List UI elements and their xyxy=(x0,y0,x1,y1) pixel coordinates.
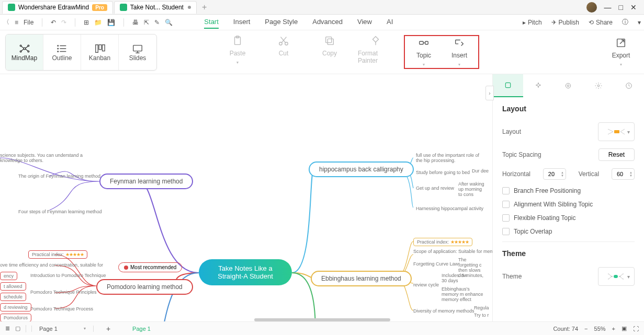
help-button[interactable]: ⓘ xyxy=(622,18,628,27)
leaf[interactable]: Ebbinghaus's memory m enhance memory eff… xyxy=(442,286,486,302)
leaf[interactable]: review cycle xyxy=(413,282,439,287)
leaf[interactable]: Diversity of memory methods xyxy=(413,308,474,314)
tab-insert[interactable]: Insert xyxy=(233,16,251,29)
horizontal-spinbox[interactable]: ▲▼ xyxy=(543,168,566,180)
tab-page-style[interactable]: Page Style xyxy=(265,16,298,29)
tab-advanced[interactable]: Advanced xyxy=(312,16,343,29)
leaf[interactable]: Pomodoro Technique Process xyxy=(30,306,93,311)
kanban-view-button[interactable]: Kanban xyxy=(81,34,119,70)
save-button[interactable]: 💾 xyxy=(107,19,115,26)
leaf[interactable]: ove time efficiency and concentration, s… xyxy=(0,262,103,268)
zoom-out-button[interactable]: − xyxy=(584,326,587,332)
leaf[interactable]: After waking up morning to cons xyxy=(458,181,487,197)
pitch-button[interactable]: ▸ Pitch xyxy=(523,19,542,26)
rpanel-tab-style[interactable] xyxy=(523,74,553,97)
redo-button[interactable]: ↷ xyxy=(61,19,66,26)
tab-start[interactable]: Start xyxy=(204,16,218,29)
cut-button[interactable]: Cut xyxy=(266,35,301,69)
publish-button[interactable]: ✈ Publish xyxy=(551,19,579,26)
leaf[interactable]: Study before going to bed xyxy=(416,170,470,175)
current-page[interactable]: Page 1 xyxy=(123,326,160,332)
vertical-spinbox[interactable]: ▲▼ xyxy=(612,168,635,180)
leaf[interactable]: Pomodoro Technique Principles xyxy=(30,290,96,295)
mindmap-view-button[interactable]: MindMap xyxy=(6,34,43,70)
copy-button[interactable]: Copy xyxy=(312,35,347,69)
theme-selector[interactable] xyxy=(598,267,635,286)
new-tab-button[interactable]: + xyxy=(198,3,211,12)
paste-button[interactable]: Paste▾ xyxy=(220,35,255,69)
chk-alignment[interactable] xyxy=(502,201,510,208)
horizontal-scrollbar[interactable] xyxy=(254,318,390,321)
add-page-button[interactable]: + xyxy=(99,325,118,333)
reset-button[interactable]: Reset xyxy=(598,148,635,161)
page-selector[interactable]: Page 1▾ xyxy=(31,326,94,332)
chk-flexible[interactable] xyxy=(502,214,510,222)
leaf[interactable]: Pomodoros xyxy=(0,314,31,321)
slides-view-button[interactable]: Slides xyxy=(119,34,156,70)
most-recommended-pill[interactable]: Most recommended xyxy=(118,262,182,272)
leaf[interactable]: Includes: 5 minutes, 30 days xyxy=(442,273,486,283)
leaf[interactable]: t allowed xyxy=(0,282,26,291)
tab-view[interactable]: View xyxy=(357,16,372,29)
outline-toggle[interactable]: ≣ xyxy=(5,325,10,332)
new-button[interactable]: ⊞ xyxy=(84,19,89,26)
chk-free-positioning[interactable] xyxy=(502,187,510,194)
leaf[interactable]: science subjects. You can understand a k… xyxy=(0,153,86,163)
rpanel-tab-clock[interactable] xyxy=(614,74,644,97)
file-menu[interactable]: File xyxy=(24,19,33,26)
leaf[interactable]: ency xyxy=(0,272,17,280)
vertical-input[interactable] xyxy=(612,171,628,177)
leaf[interactable]: schedule xyxy=(0,293,26,301)
leaf[interactable]: Harnessing hippocampal activity xyxy=(416,206,483,211)
rpanel-tab-layout[interactable] xyxy=(493,74,523,97)
split-toggle[interactable]: ▢ xyxy=(15,325,20,332)
branch-hippocampus[interactable]: hippocampus back calligraphy xyxy=(309,161,414,177)
fullscreen-button[interactable]: ⛶ xyxy=(633,326,639,332)
leaf-practical[interactable]: Practical index: ★★★★★ xyxy=(28,250,87,259)
chk-overlap[interactable] xyxy=(502,228,510,235)
leaf[interactable]: Regula xyxy=(474,305,489,310)
topic-button[interactable]: Topic▾ xyxy=(406,37,442,67)
settings-quick-button[interactable]: ▾ xyxy=(638,19,641,26)
back-button[interactable]: 〈 xyxy=(3,18,9,27)
rpanel-tab-marker[interactable] xyxy=(553,74,584,97)
find-button[interactable]: 🔍 xyxy=(165,19,173,26)
leaf[interactable]: Get up and review xyxy=(416,186,454,191)
avatar[interactable] xyxy=(586,2,597,13)
maximize-button[interactable]: □ xyxy=(619,3,623,11)
leaf[interactable]: Introduction to Pomodoro Technique xyxy=(30,273,106,278)
open-button[interactable]: 📁 xyxy=(94,19,102,26)
leaf[interactable]: d reviewing xyxy=(0,303,31,311)
horizontal-input[interactable] xyxy=(544,171,559,177)
layout-selector[interactable] xyxy=(598,122,635,141)
zoom-in-button[interactable]: + xyxy=(612,326,615,332)
share-button[interactable]: ⟲ Share xyxy=(589,19,613,26)
close-button[interactable]: ✕ xyxy=(630,3,637,11)
menu-button[interactable]: ≡ xyxy=(15,19,18,26)
collapse-panel-button[interactable]: › xyxy=(485,86,494,100)
branch-feynman[interactable]: Feynman learning method xyxy=(99,174,193,189)
document-tab[interactable]: Take Not... Student xyxy=(114,1,197,14)
undo-button[interactable]: ↶ xyxy=(51,19,56,26)
fit-button[interactable]: ▣ xyxy=(622,325,627,332)
import-button[interactable]: ✎ xyxy=(154,19,160,26)
tab-ai[interactable]: AI xyxy=(387,16,393,29)
leaf[interactable]: Forgetting Curve Law xyxy=(413,261,458,267)
insert-button[interactable]: Insert▾ xyxy=(442,37,477,67)
branch-pomodoro[interactable]: Pomodoro learning method xyxy=(96,279,193,295)
export-button[interactable]: Export▾ xyxy=(603,37,639,67)
leaf[interactable]: full use of the important role of the hi… xyxy=(416,153,484,163)
leaf[interactable]: The origin of Feynman learning method xyxy=(18,174,100,179)
leaf[interactable]: Try to r xyxy=(474,313,489,318)
leaf[interactable]: Four steps of Feynman learning method xyxy=(18,209,102,214)
rpanel-tab-gear[interactable] xyxy=(583,74,614,97)
app-tab[interactable]: Wondershare EdrawMind Pro xyxy=(2,1,113,14)
format-painter-button[interactable]: Format Painter xyxy=(358,35,393,69)
outline-view-button[interactable]: Outline xyxy=(43,34,81,70)
print-button[interactable]: 🖶 xyxy=(132,19,139,26)
canvas[interactable]: Take Notes Like a Straight-A Student Fey… xyxy=(0,74,644,321)
leaf-practical[interactable]: Practical index: ★★★★★ xyxy=(413,238,472,246)
branch-ebbinghaus[interactable]: Ebbinghaus learning method xyxy=(311,271,412,286)
leaf[interactable]: Dur dee xyxy=(472,168,489,174)
export-quick-button[interactable]: ⇱ xyxy=(144,19,149,26)
